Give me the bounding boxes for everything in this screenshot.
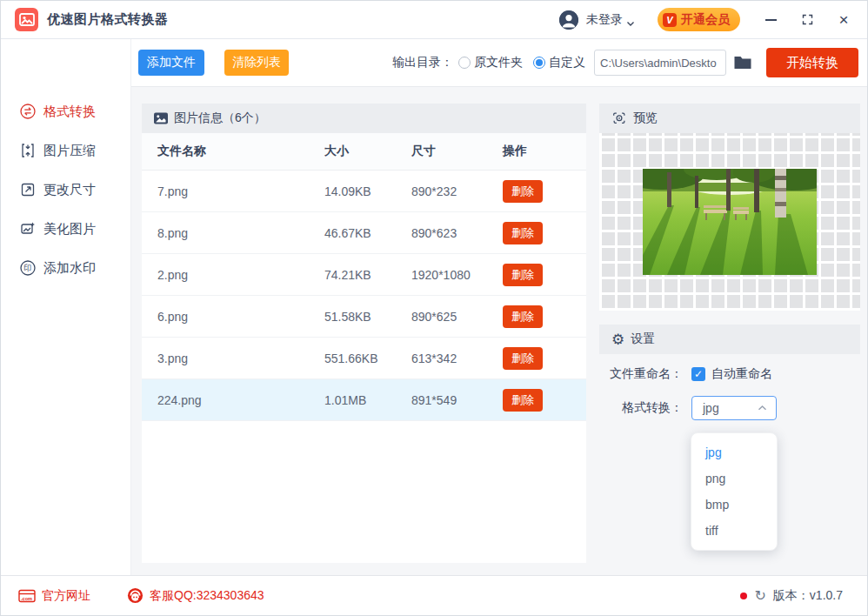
file-dimensions: 890*625 bbox=[411, 310, 503, 324]
sidebar-item-label: 更改尺寸 bbox=[43, 182, 96, 198]
preview-title: 预览 bbox=[633, 110, 658, 126]
delete-button[interactable]: 删除 bbox=[503, 305, 543, 328]
compress-icon bbox=[19, 142, 37, 159]
start-convert-button[interactable]: 开始转换 bbox=[766, 48, 858, 77]
maximize-button[interactable] bbox=[799, 12, 815, 28]
status-dot-icon bbox=[740, 593, 747, 599]
radio-custom-icon[interactable] bbox=[533, 57, 545, 69]
resize-icon bbox=[19, 181, 37, 198]
sidebar-item-watermark[interactable]: 印 添加水印 bbox=[1, 253, 130, 283]
chevron-down-icon[interactable] bbox=[626, 16, 635, 24]
file-size: 46.67KB bbox=[324, 226, 411, 240]
close-button[interactable]: × bbox=[836, 12, 851, 28]
window-controls: × bbox=[763, 12, 851, 28]
sidebar-item-label: 添加水印 bbox=[43, 260, 96, 277]
main-area: 添加文件 清除列表 输出目录： 原文件夹 自定义 开始转换 bbox=[131, 39, 867, 575]
browse-folder-button[interactable] bbox=[733, 55, 752, 70]
format-select[interactable]: jpg bbox=[691, 396, 777, 420]
maximize-icon bbox=[801, 13, 814, 26]
dropdown-option-tiff[interactable]: tiff bbox=[691, 518, 777, 544]
preview-image[interactable] bbox=[643, 169, 817, 275]
radio-custom-folder[interactable]: 自定义 bbox=[533, 55, 585, 70]
sidebar-item-label: 美化图片 bbox=[43, 221, 96, 238]
svg-text:.com: .com bbox=[21, 595, 32, 600]
footer: .com 官方网址 客服QQ:3234303643 ↻ 版本：v1.0.7 bbox=[1, 575, 867, 615]
radio-original-icon[interactable] bbox=[458, 57, 471, 69]
minimize-button[interactable] bbox=[763, 12, 778, 28]
user-avatar-icon[interactable] bbox=[559, 10, 578, 30]
file-size: 74.21KB bbox=[324, 268, 411, 282]
sidebar-item-format-convert[interactable]: 格式转换 bbox=[1, 97, 130, 126]
chevron-up-icon bbox=[758, 405, 767, 412]
app-window: 优速图片格式转换器 未登录 V 开通会员 bbox=[0, 0, 868, 616]
file-size: 551.66KB bbox=[324, 352, 411, 365]
customer-service-label: 客服QQ:3234303643 bbox=[150, 588, 264, 604]
delete-button[interactable]: 删除 bbox=[503, 264, 543, 286]
file-size: 1.01MB bbox=[324, 393, 411, 407]
table-row[interactable]: 3.png 551.66KB 613*342 删除 bbox=[142, 338, 586, 379]
file-size: 14.09KB bbox=[324, 184, 411, 198]
format-convert-icon bbox=[19, 103, 37, 120]
customer-service-link[interactable]: 客服QQ:3234303643 bbox=[127, 587, 264, 604]
sidebar-item-beautify[interactable]: 美化图片 bbox=[1, 214, 130, 244]
clear-list-button[interactable]: 清除列表 bbox=[224, 50, 289, 76]
watermark-icon: 印 bbox=[19, 259, 37, 277]
auto-rename-label: 自动重命名 bbox=[711, 366, 772, 382]
titlebar: 优速图片格式转换器 未登录 V 开通会员 bbox=[1, 1, 867, 39]
format-select-value: jpg bbox=[703, 401, 719, 415]
delete-button[interactable]: 删除 bbox=[503, 389, 543, 412]
file-table-panel: 图片信息（6个） 文件名称 大小 尺寸 操作 7.png 14.09KB 890… bbox=[142, 104, 586, 563]
add-files-button[interactable]: 添加文件 bbox=[138, 50, 204, 76]
rename-label: 文件重命名： bbox=[599, 366, 683, 382]
table-row[interactable]: 2.png 74.21KB 1920*1080 删除 bbox=[142, 254, 586, 296]
file-size: 51.58KB bbox=[324, 310, 411, 324]
dropdown-option-jpg[interactable]: jpg bbox=[691, 439, 777, 465]
radio-original-folder[interactable]: 原文件夹 bbox=[458, 55, 523, 70]
file-dimensions: 891*549 bbox=[411, 393, 503, 407]
refresh-icon[interactable]: ↻ bbox=[754, 589, 765, 603]
folder-icon bbox=[733, 55, 752, 70]
table-row[interactable]: 6.png 51.58KB 890*625 删除 bbox=[142, 296, 586, 338]
official-website-label: 官方网址 bbox=[42, 588, 90, 604]
titlebar-right: 未登录 V 开通会员 × bbox=[559, 8, 851, 31]
format-dropdown: jpg png bmp tiff bbox=[691, 432, 778, 551]
output-path-input[interactable] bbox=[594, 50, 726, 76]
content: 图片信息（6个） 文件名称 大小 尺寸 操作 7.png 14.09KB 890… bbox=[131, 87, 867, 575]
file-name: 3.png bbox=[142, 352, 324, 365]
file-name: 7.png bbox=[142, 184, 324, 198]
auto-rename-checkbox[interactable]: ✓ bbox=[691, 367, 705, 381]
svg-text:印: 印 bbox=[24, 264, 32, 272]
sidebar-item-label: 格式转换 bbox=[43, 104, 96, 120]
customer-service-icon bbox=[127, 587, 144, 604]
official-website-link[interactable]: .com 官方网址 bbox=[18, 588, 90, 604]
dropdown-option-png[interactable]: png bbox=[691, 465, 777, 492]
beautify-icon bbox=[19, 220, 37, 238]
file-dimensions: 1920*1080 bbox=[411, 268, 503, 282]
settings-title: 设置 bbox=[631, 331, 655, 347]
delete-button[interactable]: 删除 bbox=[503, 180, 543, 203]
body: 格式转换 图片压缩 更改尺寸 bbox=[1, 39, 867, 575]
rename-setting-row: 文件重命名： ✓ 自动重命名 bbox=[599, 366, 860, 382]
table-row[interactable]: 7.png 14.09KB 890*232 删除 bbox=[142, 171, 586, 212]
preview-header: 预览 bbox=[599, 104, 860, 133]
sidebar-item-compress[interactable]: 图片压缩 bbox=[1, 136, 130, 165]
file-name: 6.png bbox=[142, 310, 324, 324]
sidebar: 格式转换 图片压缩 更改尺寸 bbox=[1, 39, 131, 575]
file-name: 8.png bbox=[142, 226, 324, 240]
app-logo-icon bbox=[15, 8, 38, 31]
sidebar-item-resize[interactable]: 更改尺寸 bbox=[1, 175, 130, 204]
gear-icon: ⚙ bbox=[611, 332, 624, 347]
close-icon: × bbox=[838, 12, 848, 28]
table-row-selected[interactable]: 224.png 1.01MB 891*549 删除 bbox=[142, 379, 586, 421]
col-header-action: 操作 bbox=[503, 144, 586, 159]
vip-button[interactable]: V 开通会员 bbox=[658, 8, 740, 31]
login-status[interactable]: 未登录 bbox=[586, 12, 623, 28]
table-row[interactable]: 8.png 46.67KB 890*623 删除 bbox=[142, 212, 586, 254]
delete-button[interactable]: 删除 bbox=[503, 222, 543, 244]
col-header-size: 大小 bbox=[324, 144, 411, 159]
table-header-row: 文件名称 大小 尺寸 操作 bbox=[142, 133, 586, 171]
version-label: 版本：v1.0.7 bbox=[773, 588, 843, 604]
sidebar-item-label: 图片压缩 bbox=[43, 143, 96, 159]
dropdown-option-bmp[interactable]: bmp bbox=[691, 492, 777, 518]
delete-button[interactable]: 删除 bbox=[503, 347, 543, 370]
